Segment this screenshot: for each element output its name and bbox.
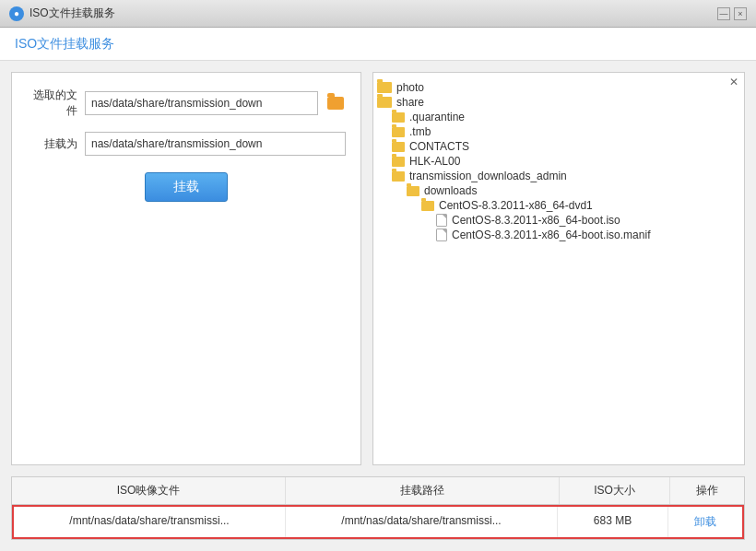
iso-table: ISO映像文件 挂载路径 ISO大小 操作 /mnt/nas/data/shar… xyxy=(11,476,745,540)
right-panel: ✕ photo share .quarantine .tmb CONTACTS xyxy=(372,72,745,465)
table-header: ISO映像文件 挂载路径 ISO大小 操作 xyxy=(12,477,744,505)
browse-button[interactable] xyxy=(325,93,346,113)
list-item[interactable]: downloads xyxy=(377,183,729,198)
unmount-link[interactable]: 卸载 xyxy=(694,515,716,528)
app-header-title: ISO文件挂载服务 xyxy=(15,36,114,51)
main-content: 选取的文件 挂载为 挂载 ✕ photo share xyxy=(0,61,756,476)
folder-icon xyxy=(392,142,405,152)
list-item[interactable]: transmission_downloads_admin xyxy=(377,169,729,183)
folder-icon xyxy=(392,112,405,123)
cell-iso-file: /mnt/nas/data/share/transmissi... xyxy=(14,507,286,537)
title-bar: ● ISO文件挂载服务 — × xyxy=(0,0,756,28)
col-header-mount-path: 挂载路径 xyxy=(286,477,560,504)
list-item[interactable]: CentOS-8.3.2011-x86_64-boot.iso xyxy=(377,213,729,228)
cell-mount-path: /mnt/nas/data/share/transmissi... xyxy=(286,507,558,537)
cell-action[interactable]: 卸载 xyxy=(668,507,742,537)
file-icon xyxy=(436,229,447,241)
folder-icon xyxy=(377,97,392,108)
mount-button[interactable]: 挂载 xyxy=(145,172,228,202)
folder-icon xyxy=(377,82,392,93)
left-panel: 选取的文件 挂载为 挂载 xyxy=(11,72,361,465)
window-title: ISO文件挂载服务 xyxy=(30,6,115,21)
list-item[interactable]: .tmb xyxy=(377,124,729,139)
file-label: 选取的文件 xyxy=(27,88,77,119)
close-button[interactable]: × xyxy=(734,7,747,20)
file-tree[interactable]: photo share .quarantine .tmb CONTACTS HL… xyxy=(373,73,744,464)
list-item[interactable]: CONTACTS xyxy=(377,139,729,154)
folder-icon xyxy=(407,186,419,196)
file-icon xyxy=(436,214,447,227)
bottom-section: ISO映像文件 挂载路径 ISO大小 操作 /mnt/nas/data/shar… xyxy=(0,476,756,551)
file-select-row: 选取的文件 xyxy=(27,88,346,119)
col-header-iso-file: ISO映像文件 xyxy=(12,477,286,504)
folder-icon xyxy=(392,157,405,167)
folder-icon xyxy=(392,127,405,137)
list-item[interactable]: .quarantine xyxy=(377,110,729,124)
folder-icon xyxy=(392,171,405,182)
file-input[interactable] xyxy=(85,91,318,115)
folder-icon xyxy=(421,201,434,211)
app-icon: ● xyxy=(9,6,24,21)
close-panel-button[interactable]: ✕ xyxy=(729,76,738,88)
col-header-size: ISO大小 xyxy=(560,477,670,504)
list-item[interactable]: HLK-AL00 xyxy=(377,154,729,169)
list-item[interactable]: photo xyxy=(377,80,729,95)
window-controls: — × xyxy=(717,7,747,20)
mount-path-row: 挂载为 xyxy=(27,132,346,156)
mount-input[interactable] xyxy=(85,132,346,156)
browse-folder-icon xyxy=(327,97,344,110)
minimize-button[interactable]: — xyxy=(717,7,730,20)
list-item[interactable]: CentOS-8.3.2011-x86_64-boot.iso.manif xyxy=(377,228,729,242)
table-row: /mnt/nas/data/share/transmissi... /mnt/n… xyxy=(12,505,744,539)
mount-label: 挂载为 xyxy=(27,136,77,152)
app-header: ISO文件挂载服务 xyxy=(0,28,756,61)
list-item[interactable]: CentOS-8.3.2011-x86_64-dvd1 xyxy=(377,198,729,213)
title-bar-left: ● ISO文件挂载服务 xyxy=(9,6,115,21)
col-header-action: 操作 xyxy=(670,477,744,504)
list-item[interactable]: share xyxy=(377,95,729,110)
cell-size: 683 MB xyxy=(558,507,668,537)
mount-button-row: 挂载 xyxy=(27,172,346,202)
